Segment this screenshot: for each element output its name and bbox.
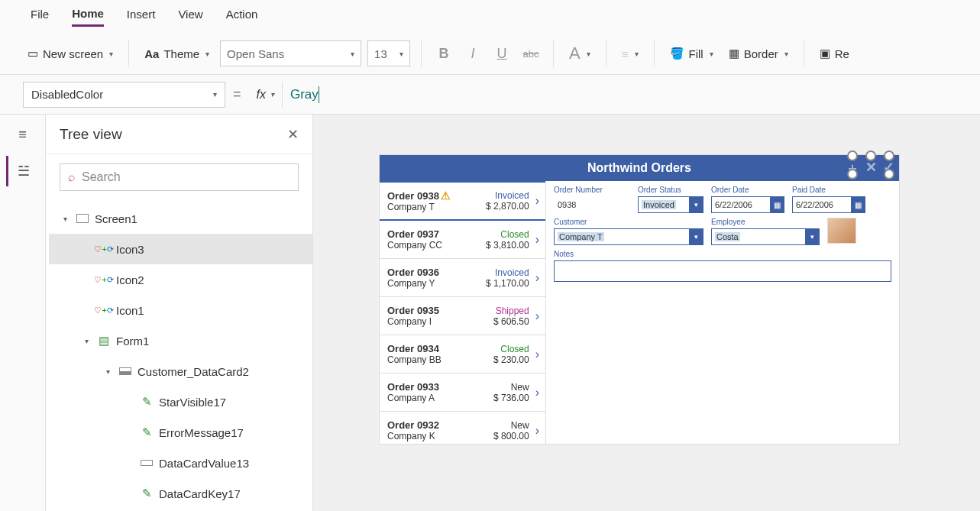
menu-file[interactable]: File bbox=[31, 8, 49, 25]
chevron-down-icon: ▾ bbox=[399, 50, 403, 58]
order-number-value: 0938 bbox=[554, 196, 630, 213]
font-size-select[interactable]: 13 ▾ bbox=[367, 40, 410, 66]
node-label: Screen1 bbox=[95, 212, 137, 225]
tree-view-button[interactable]: ☱ bbox=[6, 156, 40, 186]
menu-home[interactable]: Home bbox=[72, 7, 104, 27]
font-size-value: 13 bbox=[374, 47, 387, 60]
font-color-button[interactable]: A▾ bbox=[564, 40, 595, 66]
top-menu: File Home Insert View Action bbox=[0, 0, 980, 33]
menu-action[interactable]: Action bbox=[226, 8, 258, 25]
align-icon: ≡ bbox=[622, 47, 629, 60]
order-row[interactable]: Order 0936Company YInvoiced$ 1,170.00› bbox=[380, 259, 545, 297]
node-label: DataCardValue13 bbox=[159, 457, 249, 470]
tree-node[interactable]: ▾Screen1 bbox=[49, 203, 312, 234]
node-icon bbox=[139, 455, 154, 471]
node-icon: ✎ bbox=[139, 486, 154, 501]
order-row[interactable]: Order 0937Company CCClosed$ 3,810.00› bbox=[380, 221, 545, 259]
hamburger-button[interactable]: ≡ bbox=[6, 119, 40, 150]
font-name-select[interactable]: Open Sans ▾ bbox=[220, 40, 361, 66]
expand-toggle[interactable]: ▾ bbox=[60, 215, 70, 223]
accept-icon[interactable]: ✓ bbox=[883, 159, 894, 177]
border-label: Border bbox=[744, 47, 778, 60]
order-name: Order 0934 bbox=[387, 343, 490, 354]
fx-button[interactable]: fx▾ bbox=[249, 82, 283, 108]
tree-node[interactable]: ▾Customer_DataCard2 bbox=[49, 356, 312, 386]
notes-label: Notes bbox=[554, 250, 891, 258]
paid-date-input[interactable]: 6/22/2006▦ bbox=[792, 196, 865, 213]
chevron-down-icon: ▾ bbox=[213, 90, 217, 99]
theme-button[interactable]: Aa Theme ▾ bbox=[140, 44, 214, 63]
order-row[interactable]: Order 0933Company ANew$ 736.00› bbox=[380, 374, 545, 412]
add-icon[interactable]: ＋ bbox=[846, 159, 859, 177]
notes-input[interactable] bbox=[554, 260, 891, 282]
tree-list: ▾Screen1♡+⟳Icon3♡+⟳Icon2♡+⟳Icon1▾▤Form1▾… bbox=[46, 200, 312, 511]
order-name: Order 0935 bbox=[387, 305, 490, 316]
order-status: Closed bbox=[500, 229, 529, 240]
node-label: Customer_DataCard2 bbox=[137, 365, 249, 378]
formula-input[interactable]: Gray bbox=[286, 82, 957, 108]
tree-node[interactable]: DataCardValue13 bbox=[49, 448, 312, 478]
tree-search[interactable]: ⌕ Search bbox=[60, 163, 299, 191]
order-name: Order 0932 bbox=[387, 419, 490, 431]
bold-button[interactable]: B bbox=[432, 42, 455, 65]
new-screen-button[interactable]: ▭ New screen ▾ bbox=[23, 44, 118, 63]
menu-view[interactable]: View bbox=[178, 8, 202, 25]
app-preview: Northwind Orders ＋ ✕ ✓ Order 0938⚠Compan… bbox=[380, 155, 899, 444]
reorder-button[interactable]: ▣Re bbox=[815, 44, 854, 63]
node-icon: ♡+⟳ bbox=[96, 272, 112, 287]
order-list[interactable]: Order 0938⚠Company TInvoiced$ 2,870.00›O… bbox=[380, 181, 546, 444]
chevron-down-icon: ▾ bbox=[689, 197, 703, 212]
fill-button[interactable]: 🪣Fill▾ bbox=[665, 44, 718, 63]
chevron-right-icon: › bbox=[532, 233, 539, 247]
border-button[interactable]: ▦Border▾ bbox=[724, 44, 793, 63]
canvas[interactable]: Northwind Orders ＋ ✕ ✓ Order 0938⚠Compan… bbox=[313, 115, 980, 511]
cancel-icon[interactable]: ✕ bbox=[865, 159, 877, 177]
tree-node[interactable]: ▾▤Form1 bbox=[49, 325, 312, 356]
tree-node[interactable]: ♡+⟳Icon3 bbox=[49, 234, 312, 264]
tree-node[interactable]: ♡+⟳Icon1 bbox=[49, 295, 312, 325]
node-icon: ♡+⟳ bbox=[96, 241, 112, 257]
order-status-select[interactable]: Invoiced▾ bbox=[638, 196, 703, 213]
property-selector[interactable]: DisabledColor ▾ bbox=[23, 82, 225, 108]
separator bbox=[421, 40, 422, 67]
separator bbox=[804, 40, 804, 67]
underline-button[interactable]: U bbox=[490, 42, 513, 65]
calendar-icon: ▦ bbox=[851, 197, 865, 212]
titlebar-icons: ＋ ✕ ✓ bbox=[846, 159, 894, 177]
close-icon[interactable]: ✕ bbox=[287, 126, 299, 143]
chevron-right-icon: › bbox=[532, 194, 539, 208]
tree-header: Tree view ✕ bbox=[46, 115, 312, 154]
menu-insert[interactable]: Insert bbox=[127, 8, 156, 25]
tree-node[interactable]: ♡+⟳Icon2 bbox=[49, 264, 312, 295]
order-date-input[interactable]: 6/22/2006▦ bbox=[711, 196, 784, 213]
strike-button[interactable]: abc bbox=[519, 42, 542, 65]
reorder-icon: ▣ bbox=[820, 47, 830, 60]
search-icon: ⌕ bbox=[68, 170, 76, 184]
tree-node[interactable]: ✎StarVisible17 bbox=[49, 386, 312, 417]
ribbon: ▭ New screen ▾ Aa Theme ▾ Open Sans ▾ 13… bbox=[0, 33, 980, 75]
order-amount: $ 800.00 bbox=[493, 431, 529, 441]
order-company: Company I bbox=[387, 316, 490, 327]
node-label: Icon3 bbox=[116, 243, 144, 256]
employee-select[interactable]: Costa▾ bbox=[711, 228, 820, 245]
order-row[interactable]: Order 0935Company IShipped$ 606.50› bbox=[380, 297, 545, 335]
order-amount: $ 3,810.00 bbox=[486, 240, 529, 251]
chevron-right-icon: › bbox=[532, 386, 539, 399]
expand-toggle[interactable]: ▾ bbox=[102, 367, 113, 376]
order-row[interactable]: Order 0932Company KNew$ 800.00› bbox=[380, 412, 545, 444]
order-row[interactable]: Order 0934Company BBClosed$ 230.00› bbox=[380, 335, 545, 374]
italic-button[interactable]: I bbox=[461, 42, 484, 65]
expand-toggle[interactable]: ▾ bbox=[81, 337, 92, 345]
order-name: Order 0933 bbox=[387, 381, 490, 393]
tree-node[interactable]: ✎ErrorMessage17 bbox=[49, 417, 312, 448]
fx-icon: fx bbox=[257, 88, 266, 102]
order-row[interactable]: Order 0938⚠Company TInvoiced$ 2,870.00› bbox=[380, 181, 545, 221]
chevron-down-icon: ▾ bbox=[710, 50, 713, 58]
chevron-right-icon: › bbox=[532, 424, 539, 438]
tree-node[interactable]: ✎DataCardKey17 bbox=[49, 478, 312, 509]
order-status: New bbox=[511, 382, 529, 393]
customer-select[interactable]: Company T▾ bbox=[554, 228, 703, 245]
align-button[interactable]: ≡▾ bbox=[617, 44, 643, 63]
left-rail: ≡ ☱ bbox=[0, 115, 46, 511]
tree-panel: Tree view ✕ ⌕ Search ▾Screen1♡+⟳Icon3♡+⟳… bbox=[46, 115, 313, 511]
